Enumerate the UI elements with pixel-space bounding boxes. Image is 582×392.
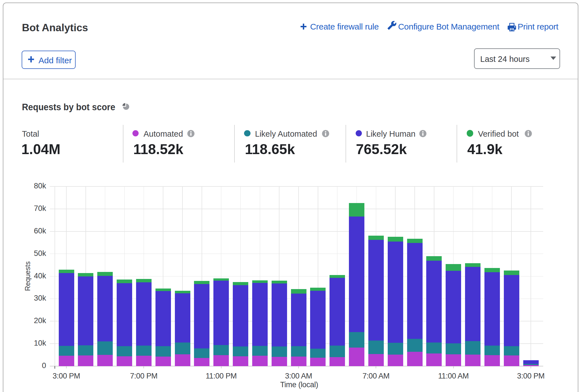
- svg-text:20k: 20k: [34, 316, 46, 325]
- svg-text:7:00 AM: 7:00 AM: [362, 372, 389, 380]
- svg-text:50k: 50k: [34, 249, 46, 258]
- svg-text:40k: 40k: [34, 272, 46, 280]
- svg-text:30k: 30k: [34, 294, 46, 302]
- svg-text:7:00 PM: 7:00 PM: [130, 372, 157, 380]
- svg-text:3:00 PM: 3:00 PM: [517, 372, 545, 380]
- svg-text:70k: 70k: [34, 204, 46, 213]
- svg-text:80k: 80k: [34, 182, 46, 190]
- svg-text:Requests: Requests: [24, 261, 31, 291]
- svg-text:10k: 10k: [34, 339, 46, 347]
- svg-text:60k: 60k: [34, 227, 46, 235]
- svg-text:11:00 AM: 11:00 AM: [438, 372, 469, 380]
- svg-text:Time (local): Time (local): [280, 380, 318, 389]
- svg-text:11:00 PM: 11:00 PM: [206, 372, 237, 380]
- svg-text:3:00 AM: 3:00 AM: [285, 372, 312, 380]
- svg-text:3:00 PM: 3:00 PM: [53, 372, 80, 380]
- svg-text:0: 0: [42, 361, 46, 370]
